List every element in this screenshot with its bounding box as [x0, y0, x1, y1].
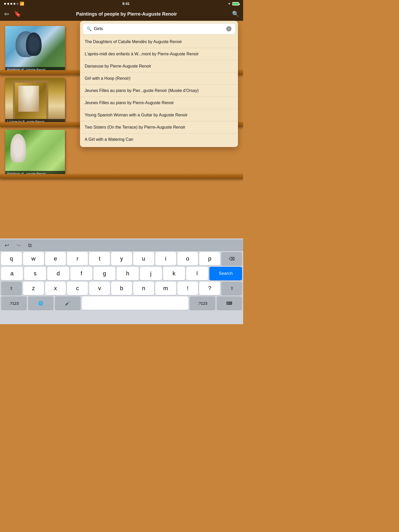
book-label-3: Paintings of...uguste Renoir: [5, 171, 65, 177]
key-123-left[interactable]: .?123: [1, 296, 27, 310]
battery-fill: [233, 3, 238, 5]
battery-indicator: [232, 2, 239, 5]
search-button[interactable]: 🔍: [232, 11, 239, 17]
key-a[interactable]: a: [1, 267, 23, 280]
key-p[interactable]: p: [199, 252, 220, 265]
book-cover-2: [5, 78, 65, 125]
search-dropdown: 🔍 × The Daughters of Catulle Mendès by A…: [80, 21, 238, 147]
key-t[interactable]: t: [89, 252, 110, 265]
key-m[interactable]: m: [155, 282, 176, 295]
signal-dot-5: [17, 3, 18, 5]
suggestion-item-5[interactable]: Jeunes Filles au piano by Pierre-Auguste…: [80, 97, 238, 109]
search-clear-button[interactable]: ×: [226, 26, 231, 31]
key-o[interactable]: o: [177, 252, 198, 265]
navigation-bar: ⇦ 🔖 Paintings of people by Pierre-August…: [0, 7, 243, 21]
key-space[interactable]: [82, 296, 188, 310]
nav-left-buttons: ⇦ 🔖: [4, 11, 21, 17]
search-input[interactable]: [94, 26, 224, 31]
key-globe[interactable]: 🌐: [28, 296, 54, 310]
key-e[interactable]: e: [45, 252, 66, 265]
main-content: Paintings of...uguste Renoir La loge by …: [0, 21, 243, 238]
suggestion-item-7[interactable]: Two Sisters (On the Terrace) by Pierre-A…: [80, 121, 238, 134]
key-v[interactable]: v: [89, 282, 110, 295]
clipboard-button[interactable]: ⧉: [27, 241, 33, 249]
status-time: 9:41: [122, 2, 130, 6]
book-label-1: Paintings of...uguste Renoir: [5, 67, 65, 73]
search-input-container: 🔍 ×: [83, 23, 235, 34]
search-magnifier-icon: 🔍: [87, 26, 92, 31]
shift-left-key[interactable]: ⇧: [1, 282, 22, 295]
bluetooth-icon: ✦: [228, 2, 231, 6]
signal-dot-1: [4, 3, 6, 5]
bookmark-button[interactable]: 🔖: [14, 11, 21, 17]
keyboard-area: ↩ ↪ ⧉ q w e r t y u i o p ⌫ a s d f g h …: [0, 238, 243, 324]
suggestion-item-4[interactable]: Jeunes Filles au piano by Pier...guste R…: [80, 85, 238, 97]
suggestion-list: The Daughters of Catulle Mendès by Augus…: [80, 34, 238, 147]
keyboard-toolbar: ↩ ↪ ⧉: [0, 240, 243, 251]
suggestion-item-0[interactable]: The Daughters of Catulle Mendès by Augus…: [80, 36, 238, 48]
key-y[interactable]: y: [111, 252, 132, 265]
book-item-2[interactable]: La loge by P...guste Renoir: [5, 78, 65, 125]
book-cover-3: [5, 130, 65, 177]
keyboard-rows: q w e r t y u i o p ⌫ a s d f g h j k l …: [0, 251, 243, 310]
key-d[interactable]: d: [47, 267, 69, 280]
key-k[interactable]: k: [163, 267, 185, 280]
signal-dot-2: [7, 3, 9, 5]
search-key[interactable]: Search: [209, 267, 242, 280]
key-question[interactable]: ?: [199, 282, 220, 295]
wifi-icon: 📶: [20, 2, 24, 6]
painting-image-1: [5, 26, 65, 73]
key-q[interactable]: q: [1, 252, 22, 265]
key-b[interactable]: b: [111, 282, 132, 295]
key-r[interactable]: r: [67, 252, 88, 265]
key-j[interactable]: j: [140, 267, 162, 280]
key-s[interactable]: s: [24, 267, 46, 280]
signal-dot-3: [10, 3, 12, 5]
status-right: ✦: [228, 2, 239, 6]
undo-button[interactable]: ↩: [4, 241, 10, 249]
shift-right-key[interactable]: ⇧: [221, 282, 242, 295]
key-u[interactable]: u: [133, 252, 154, 265]
key-h[interactable]: h: [117, 267, 138, 280]
key-f[interactable]: f: [70, 267, 92, 280]
key-c[interactable]: c: [67, 282, 88, 295]
key-keyboard[interactable]: ⌨: [217, 296, 242, 310]
key-row-3: ⇧ z x c v b n m ! ? ⇧: [1, 282, 242, 295]
key-delete[interactable]: ⌫: [221, 252, 242, 265]
page-title: Paintings of people by Pierre-Auguste Re…: [21, 11, 232, 17]
redo-button[interactable]: ↪: [15, 241, 22, 249]
key-row-1: q w e r t y u i o p ⌫: [1, 252, 242, 265]
key-g[interactable]: g: [94, 267, 115, 280]
book-item-3[interactable]: Paintings of...uguste Renoir: [5, 130, 65, 177]
key-w[interactable]: w: [23, 252, 44, 265]
signal-dot-4: [14, 3, 15, 5]
key-mic[interactable]: 🎤: [55, 296, 81, 310]
book-cover-1: [5, 26, 65, 73]
key-n[interactable]: n: [133, 282, 154, 295]
key-i[interactable]: i: [155, 252, 176, 265]
suggestion-item-3[interactable]: Girl with a Hoop (Renoir): [80, 72, 238, 85]
back-button[interactable]: ⇦: [4, 11, 9, 17]
suggestion-item-2[interactable]: Danseuse by Pierre-Auguste Renoir: [80, 60, 238, 72]
key-row-4: .?123 🌐 🎤 .?123 ⌨: [1, 296, 242, 310]
suggestion-item-8[interactable]: A Girl with a Watering Can: [80, 134, 238, 145]
key-z[interactable]: z: [23, 282, 44, 295]
status-left: 📶: [4, 2, 24, 6]
key-row-2: a s d f g h j k l Search: [1, 267, 242, 280]
key-exclamation[interactable]: !: [177, 282, 198, 295]
book-item-1[interactable]: Paintings of...uguste Renoir: [5, 26, 65, 73]
painting-image-2: [5, 78, 65, 125]
key-123-right[interactable]: .?123: [190, 296, 215, 310]
key-x[interactable]: x: [45, 282, 66, 295]
suggestion-item-1[interactable]: L'après-midi des enfants à W...mont by P…: [80, 48, 238, 60]
status-bar: 📶 9:41 ✦: [0, 0, 243, 7]
book-label-2: La loge by P...guste Renoir: [5, 119, 65, 125]
painting-image-3: [5, 130, 65, 177]
suggestion-item-6[interactable]: Young Spanish Woman with a Guitar by Aug…: [80, 109, 238, 121]
key-l[interactable]: l: [186, 267, 208, 280]
